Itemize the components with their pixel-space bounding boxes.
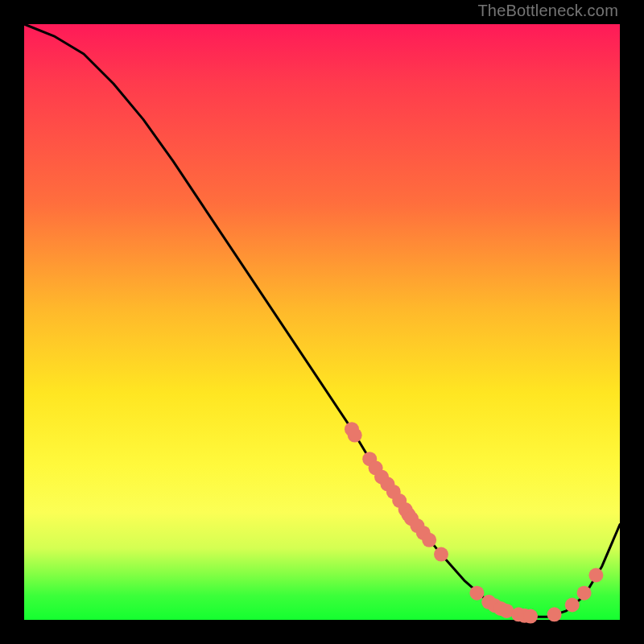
data-point xyxy=(348,428,362,443)
data-point xyxy=(469,586,484,601)
data-point xyxy=(565,598,580,613)
curve-layer xyxy=(24,24,620,620)
plot-area xyxy=(24,24,620,620)
bottleneck-chart: TheBottleneck.com xyxy=(0,0,644,644)
bottleneck-curve xyxy=(24,24,620,617)
data-point xyxy=(422,533,436,547)
data-point xyxy=(523,609,538,624)
data-point xyxy=(434,547,448,562)
data-point xyxy=(547,607,562,621)
watermark-label: TheBottleneck.com xyxy=(477,2,618,20)
data-point-markers xyxy=(345,422,603,623)
data-point xyxy=(577,586,592,601)
data-point xyxy=(588,568,603,583)
